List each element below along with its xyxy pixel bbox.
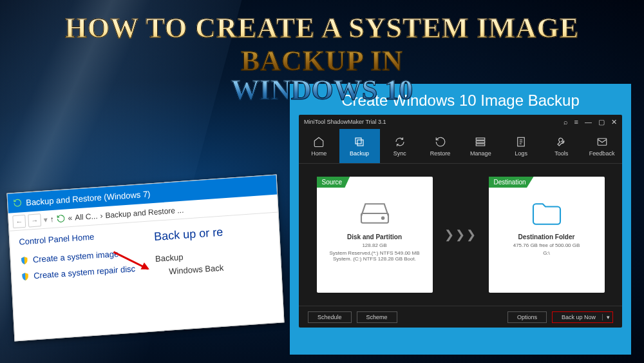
backup-now-label: Back up Now	[562, 314, 603, 320]
backup-now-button[interactable]: Back up Now ▾	[552, 311, 613, 323]
destination-detail: G:\	[538, 250, 555, 256]
minitool-frame: Create Windows 10 Image Backup MiniTool …	[290, 84, 631, 355]
logs-icon	[515, 136, 527, 148]
backup-icon	[354, 136, 365, 148]
chevron-down-icon[interactable]: ▾	[603, 314, 610, 320]
maximize-button[interactable]: ▢	[598, 118, 605, 126]
title-line-2: WINDOWS 10	[0, 74, 644, 106]
app-toolbar: Home Backup Sync Restore Manage Logs	[299, 129, 622, 164]
minitool-app-window: MiniTool ShadowMaker Trial 3.1 ⌕ ≡ — ▢ ✕…	[299, 115, 622, 328]
toolbar-feedback[interactable]: Feedback	[582, 129, 622, 163]
title-line-1: HOW TO CREATE A SYSTEM IMAGE BACKUP IN	[0, 12, 644, 77]
breadcrumb-item[interactable]: All C...	[75, 211, 98, 222]
nav-back-button[interactable]: ←	[12, 214, 26, 228]
svg-rect-0	[355, 138, 361, 144]
control-panel-window: Backup and Restore (Windows 7) ← → ▾ ↑ «…	[6, 175, 284, 342]
app-title: MiniTool ShadowMaker Trial 3.1	[304, 119, 386, 125]
toolbar-logs[interactable]: Logs	[501, 129, 542, 163]
toolbar-restore[interactable]: Restore	[420, 129, 460, 163]
search-icon[interactable]: ⌕	[564, 118, 568, 126]
options-button[interactable]: Options	[507, 311, 547, 323]
svg-rect-9	[598, 138, 607, 145]
destination-title: Destination Folder	[518, 233, 575, 240]
folder-icon	[530, 200, 564, 227]
link-label: Create a system repair disc	[33, 264, 136, 280]
source-card[interactable]: Source Disk and Partition 128.82 GB Syst…	[317, 177, 433, 293]
control-panel-main: Back up or re Backup Windows Back	[154, 223, 225, 281]
backup-label: Backup	[155, 249, 225, 263]
app-footer: Schedule Scheme Options Back up Now ▾	[299, 306, 622, 328]
section-heading: Back up or re	[154, 226, 223, 244]
schedule-button[interactable]: Schedule	[308, 311, 352, 323]
backup-restore-icon	[13, 198, 23, 208]
shield-icon	[20, 255, 30, 265]
breadcrumb-chevron: ›	[100, 211, 103, 220]
nav-up-button[interactable]: ↑	[50, 214, 54, 223]
create-repair-disc-link[interactable]: Create a system repair disc	[21, 264, 137, 282]
page-title-block: HOW TO CREATE A SYSTEM IMAGE BACKUP IN W…	[0, 0, 644, 106]
close-button[interactable]: ✕	[611, 118, 617, 126]
menu-icon[interactable]: ≡	[574, 118, 578, 126]
app-titlebar: MiniTool ShadowMaker Trial 3.1 ⌕ ≡ — ▢ ✕	[299, 115, 622, 129]
create-system-image-link[interactable]: Create a system image	[20, 248, 136, 266]
manage-icon	[475, 136, 486, 148]
svg-point-11	[381, 217, 383, 219]
tools-icon	[556, 136, 567, 148]
minimize-button[interactable]: —	[585, 118, 592, 126]
destination-card[interactable]: Destination Destination Folder 475.76 GB…	[489, 177, 605, 293]
nav-forward-button[interactable]: →	[28, 213, 41, 227]
source-detail: System Reserved.(*:) NTFS 549.00 MB Syst…	[317, 250, 433, 262]
breadcrumb-item[interactable]: Backup and Restore ...	[105, 205, 184, 219]
svg-rect-4	[477, 144, 486, 146]
svg-rect-2	[477, 138, 486, 140]
control-panel-home-link[interactable]: Control Panel Home	[19, 229, 135, 247]
source-size: 128.82 GB	[357, 242, 392, 248]
sync-icon	[394, 136, 406, 148]
scheme-button[interactable]: Scheme	[357, 311, 397, 323]
toolbar-home[interactable]: Home	[299, 129, 339, 163]
restore-icon	[435, 136, 446, 148]
shield-icon	[21, 271, 30, 281]
control-panel-sidebar: Control Panel Home Create a system image…	[19, 229, 137, 290]
breadcrumb-sep: «	[68, 213, 72, 222]
toolbar-backup[interactable]: Backup	[339, 129, 380, 163]
backup-restore-icon	[56, 213, 66, 223]
app-main-area: Source Disk and Partition 128.82 GB Syst…	[299, 164, 622, 306]
source-card-header: Source	[317, 177, 350, 188]
toolbar-sync[interactable]: Sync	[380, 129, 421, 163]
toolbar-tools[interactable]: Tools	[542, 129, 582, 163]
arrows-icon: ❯❯❯	[444, 228, 477, 242]
destination-card-header: Destination	[489, 177, 534, 188]
svg-rect-1	[357, 140, 363, 146]
source-title: Disk and Partition	[347, 233, 402, 240]
window-controls: ⌕ ≡ — ▢ ✕	[564, 118, 617, 126]
toolbar-manage[interactable]: Manage	[460, 129, 501, 163]
home-icon	[313, 136, 325, 148]
feedback-icon	[596, 136, 608, 148]
backup-status: Windows Back	[169, 262, 225, 276]
svg-rect-3	[477, 141, 486, 142]
link-label: Create a system image	[33, 249, 119, 264]
destination-size: 475.76 GB free of 500.00 GB	[508, 242, 585, 248]
disk-icon	[358, 200, 392, 227]
